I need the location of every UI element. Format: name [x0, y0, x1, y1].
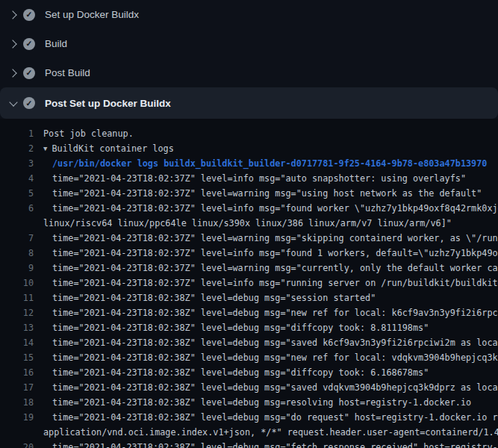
log-text: time="2021-04-23T18:02:37Z" level=warnin…	[52, 186, 482, 201]
log-panel: 1 Post job cleanup. 2 ▼BuildKit containe…	[0, 119, 498, 448]
log-text: Post job cleanup.	[43, 126, 134, 141]
step-row-post-set-up-docker-buildx[interactable]: ✓ Post Set up Docker Buildx	[0, 87, 498, 119]
step-label: Set up Docker Buildx	[45, 9, 139, 20]
log-line: 15 time="2021-04-23T18:02:38Z" level=deb…	[0, 350, 498, 365]
log-text: time="2021-04-23T18:02:37Z" level=warnin…	[52, 261, 498, 276]
chevron-right-icon[interactable]	[4, 64, 22, 82]
log-line-wrap-continuation: linux/riscv64 linux/ppc64le linux/s390x …	[0, 216, 498, 231]
line-number[interactable]: 20	[0, 440, 34, 448]
step-row-post-build[interactable]: ✓ Post Build	[0, 58, 498, 87]
step-label: Post Build	[45, 67, 90, 78]
actions-log-viewer: ✓ Set up Docker Buildx ✓ Build ✓ Post Bu…	[0, 0, 498, 448]
log-group-header[interactable]: 2 ▼BuildKit container logs	[0, 141, 498, 156]
log-text: time="2021-04-23T18:02:38Z" level=debug …	[52, 395, 471, 410]
chevron-right-icon[interactable]	[4, 35, 22, 53]
chevron-down-icon[interactable]	[4, 94, 22, 112]
log-text: time="2021-04-23T18:02:37Z" level=warnin…	[52, 231, 498, 246]
line-number[interactable]: 9	[0, 261, 34, 276]
check-circle-icon: ✓	[23, 38, 35, 50]
check-circle-icon: ✓	[23, 97, 35, 109]
line-number[interactable]: 4	[0, 171, 34, 186]
log-line: 17 time="2021-04-23T18:02:38Z" level=deb…	[0, 380, 498, 395]
step-label: Post Set up Docker Buildx	[45, 98, 171, 109]
line-number[interactable]: 17	[0, 380, 34, 395]
check-circle-icon: ✓	[23, 9, 35, 21]
log-line: 16 time="2021-04-23T18:02:38Z" level=deb…	[0, 365, 498, 380]
group-collapse-triangle-icon[interactable]: ▼	[43, 141, 47, 156]
log-command-text: /usr/bin/docker logs buildx_buildkit_bui…	[52, 156, 487, 171]
log-line: 8 time="2021-04-23T18:02:37Z" level=info…	[0, 246, 498, 261]
line-number[interactable]: 14	[0, 335, 34, 350]
log-line: 13 time="2021-04-23T18:02:38Z" level=deb…	[0, 320, 498, 335]
line-number[interactable]: 19	[0, 410, 34, 425]
log-text: linux/riscv64 linux/ppc64le linux/s390x …	[43, 216, 452, 231]
log-text: time="2021-04-23T18:02:38Z" level=debug …	[52, 380, 498, 395]
log-text: time="2021-04-23T18:02:38Z" level=debug …	[52, 305, 498, 320]
line-number[interactable]: 15	[0, 350, 34, 365]
log-line-wrap-continuation: application/vnd.oci.image.index.v1+json,…	[0, 425, 498, 440]
check-circle-icon: ✓	[23, 67, 35, 79]
line-number	[0, 216, 34, 231]
line-number[interactable]: 8	[0, 246, 34, 261]
log-text: time="2021-04-23T18:02:38Z" level=debug …	[52, 350, 498, 365]
line-number[interactable]: 10	[0, 276, 34, 290]
log-line: 6 time="2021-04-23T18:02:37Z" level=info…	[0, 201, 498, 216]
log-text: time="2021-04-23T18:02:37Z" level=info m…	[52, 246, 498, 261]
step-list: ✓ Set up Docker Buildx ✓ Build ✓ Post Bu…	[0, 0, 498, 119]
line-number[interactable]: 13	[0, 320, 34, 335]
log-text: time="2021-04-23T18:02:38Z" level=debug …	[52, 320, 429, 335]
log-text: time="2021-04-23T18:02:38Z" level=debug …	[52, 335, 498, 350]
chevron-right-icon[interactable]	[4, 6, 22, 24]
log-line: 7 time="2021-04-23T18:02:37Z" level=warn…	[0, 231, 498, 246]
log-text: time="2021-04-23T18:02:37Z" level=info m…	[52, 201, 498, 216]
log-line: 14 time="2021-04-23T18:02:38Z" level=deb…	[0, 335, 498, 350]
line-number[interactable]: 3	[0, 156, 34, 171]
log-line: 19 time="2021-04-23T18:02:38Z" level=deb…	[0, 410, 498, 425]
log-line: 10 time="2021-04-23T18:02:37Z" level=inf…	[0, 276, 498, 290]
line-number[interactable]: 11	[0, 290, 34, 305]
line-number[interactable]: 2	[0, 141, 34, 156]
line-number[interactable]: 7	[0, 231, 34, 246]
line-number[interactable]: 6	[0, 201, 34, 216]
log-text: time="2021-04-23T18:02:37Z" level=info m…	[52, 171, 466, 186]
log-group-label: BuildKit container logs	[52, 143, 173, 154]
log-line: 12 time="2021-04-23T18:02:38Z" level=deb…	[0, 305, 498, 320]
line-number[interactable]: 12	[0, 305, 34, 320]
log-line: 5 time="2021-04-23T18:02:37Z" level=warn…	[0, 186, 498, 201]
step-label: Build	[45, 38, 67, 49]
line-number[interactable]: 5	[0, 186, 34, 201]
log-line: 11 time="2021-04-23T18:02:38Z" level=deb…	[0, 290, 498, 305]
log-text: time="2021-04-23T18:02:38Z" level=debug …	[52, 440, 498, 448]
log-line: 9 time="2021-04-23T18:02:37Z" level=warn…	[0, 261, 498, 276]
log-line: 3 /usr/bin/docker logs buildx_buildkit_b…	[0, 156, 498, 171]
log-text: time="2021-04-23T18:02:37Z" level=info m…	[52, 276, 498, 290]
log-group: ▼BuildKit container logs	[43, 141, 174, 156]
line-number[interactable]: 1	[0, 126, 34, 141]
log-line: 4 time="2021-04-23T18:02:37Z" level=info…	[0, 171, 498, 186]
log-text: time="2021-04-23T18:02:38Z" level=debug …	[52, 365, 429, 380]
log-line: 20 time="2021-04-23T18:02:38Z" level=deb…	[0, 440, 498, 448]
line-number[interactable]: 18	[0, 395, 34, 410]
log-line: 18 time="2021-04-23T18:02:38Z" level=deb…	[0, 395, 498, 410]
log-text: time="2021-04-23T18:02:38Z" level=debug …	[52, 290, 376, 305]
log-text: application/vnd.oci.image.index.v1+json,…	[43, 425, 498, 440]
step-row-set-up-docker-buildx[interactable]: ✓ Set up Docker Buildx	[0, 0, 498, 29]
log-line: 1 Post job cleanup.	[0, 126, 498, 141]
line-number[interactable]: 16	[0, 365, 34, 380]
line-number	[0, 425, 34, 440]
step-row-build[interactable]: ✓ Build	[0, 29, 498, 58]
log-text: time="2021-04-23T18:02:38Z" level=debug …	[52, 410, 498, 425]
